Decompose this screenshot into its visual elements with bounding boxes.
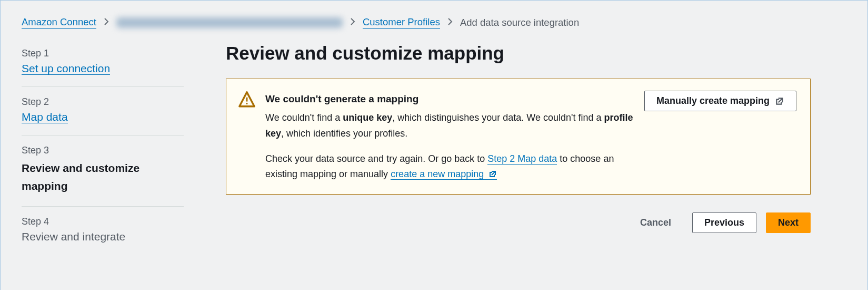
breadcrumb-instance-redacted	[116, 17, 343, 28]
warning-icon	[238, 91, 256, 111]
step-4-title: Review and integrate	[22, 230, 184, 243]
chevron-right-icon	[350, 17, 355, 28]
create-new-mapping-link[interactable]: create a new mapping	[391, 169, 497, 180]
step-1-link[interactable]: Set up connection	[22, 62, 110, 75]
previous-button[interactable]: Previous	[692, 212, 756, 233]
external-link-icon	[775, 96, 784, 106]
step-2-map-data-link[interactable]: Step 2 Map data	[487, 153, 557, 165]
step-2-link[interactable]: Map data	[22, 111, 68, 123]
wizard-step-1: Step 1 Set up connection	[22, 38, 184, 87]
step-label: Step 3	[22, 145, 184, 156]
external-link-icon	[488, 170, 497, 178]
page-title: Review and customize mapping	[226, 43, 811, 64]
chevron-right-icon	[104, 17, 109, 28]
button-label: Manually create mapping	[656, 95, 770, 107]
wizard-steps-sidebar: Step 1 Set up connection Step 2 Map data…	[1, 38, 205, 290]
manually-create-mapping-button[interactable]: Manually create mapping	[644, 91, 796, 111]
step-label: Step 4	[22, 216, 184, 227]
svg-rect-1	[246, 103, 248, 104]
wizard-step-4: Step 4 Review and integrate	[22, 207, 184, 255]
breadcrumb-customer-profiles-link[interactable]: Customer Profiles	[363, 16, 440, 29]
wizard-step-3: Step 3 Review and customize mapping	[22, 136, 184, 207]
svg-rect-0	[246, 98, 248, 102]
cancel-button[interactable]: Cancel	[628, 213, 683, 233]
wizard-footer: Cancel Previous Next	[226, 212, 811, 233]
step-label: Step 1	[22, 48, 184, 59]
breadcrumb-current: Add data source integration	[460, 17, 579, 28]
breadcrumb: Amazon Connect Customer Profiles Add dat…	[1, 1, 868, 38]
step-label: Step 2	[22, 96, 184, 108]
next-button[interactable]: Next	[766, 212, 811, 233]
wizard-step-2: Step 2 Map data	[22, 87, 184, 136]
step-3-current-title: Review and customize mapping	[22, 159, 184, 195]
breadcrumb-root-link[interactable]: Amazon Connect	[22, 16, 96, 29]
alert-title: We couldn't generate a mapping	[265, 91, 635, 107]
chevron-right-icon	[447, 17, 453, 28]
alert-paragraph-1: We couldn't find a unique key, which dis…	[265, 110, 635, 141]
alert-paragraph-2: Check your data source and try again. Or…	[265, 151, 635, 182]
warning-alert: We couldn't generate a mapping We couldn…	[226, 79, 811, 195]
